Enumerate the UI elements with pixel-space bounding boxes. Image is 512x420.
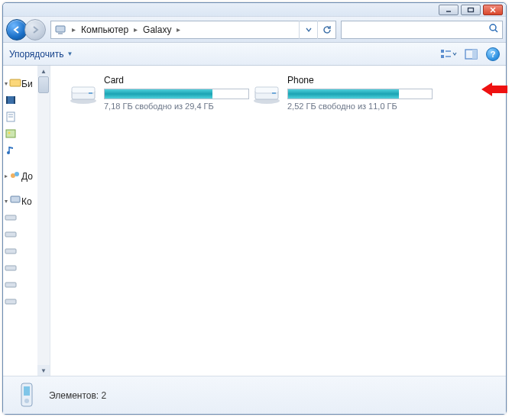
drive-name: Card [104, 75, 249, 86]
organize-menu[interactable]: Упорядочить ▼ [9, 49, 73, 60]
drive-icon [5, 228, 17, 241]
svg-rect-5 [58, 33, 63, 34]
svg-rect-16 [6, 96, 8, 104]
drive-status: 2,52 ГБ свободно из 11,0 ГБ [287, 102, 433, 111]
nav-buttons [6, 19, 46, 40]
svg-rect-39 [255, 87, 278, 93]
sidebar-label: До [21, 171, 33, 182]
drive-icon [5, 245, 17, 257]
nav-pane: ▾ Би ▸ [3, 66, 50, 376]
maximize-button[interactable] [461, 5, 481, 15]
svg-rect-9 [441, 55, 444, 58]
video-icon [5, 94, 17, 106]
svg-rect-13 [472, 50, 477, 59]
svg-point-25 [15, 172, 19, 176]
search-icon[interactable] [488, 23, 499, 36]
svg-rect-40 [272, 92, 276, 94]
device-icon [11, 380, 41, 411]
svg-rect-43 [24, 386, 30, 396]
drive-name: Phone [287, 75, 433, 86]
preview-pane-button[interactable] [465, 48, 478, 60]
minimize-button[interactable] [439, 5, 459, 15]
chevron-right-icon[interactable] [131, 25, 140, 34]
search-box[interactable] [341, 21, 503, 39]
drive-icon [5, 212, 17, 224]
arrow-left-icon [11, 24, 22, 35]
svg-rect-26 [11, 196, 20, 202]
forward-button[interactable] [24, 19, 46, 40]
drive-status: 7,18 ГБ свободно из 29,4 ГБ [104, 102, 249, 111]
folder-icon [9, 76, 21, 91]
svg-rect-31 [5, 283, 16, 287]
homegroup-icon [9, 169, 21, 183]
svg-rect-17 [14, 96, 15, 104]
drive-icon [69, 82, 98, 105]
drive-item-phone[interactable]: Phone 2,52 ГБ свободно из 11,0 ГБ [249, 72, 433, 114]
svg-rect-36 [89, 92, 92, 94]
red-arrow-callout [481, 81, 507, 98]
scroll-up-icon[interactable]: ▲ [37, 66, 50, 76]
svg-point-6 [490, 24, 496, 31]
chevron-down-icon: ▾ [5, 198, 8, 205]
document-icon [5, 111, 17, 123]
explorer-body: ▾ Би ▸ [3, 66, 506, 376]
svg-rect-27 [5, 215, 16, 220]
arrow-right-icon [30, 24, 41, 35]
details-text: Элементов: 2 [49, 390, 106, 401]
help-icon: ? [486, 47, 500, 61]
svg-rect-8 [441, 50, 444, 53]
sidebar-label: Ко [21, 196, 32, 207]
picture-icon [5, 128, 17, 140]
drive-info: Card 7,18 ГБ свободно из 29,4 ГБ [104, 75, 249, 111]
svg-rect-32 [5, 299, 16, 304]
sidebar-label: Би [21, 79, 33, 89]
drive-space-bar [287, 89, 433, 99]
svg-rect-35 [72, 87, 95, 93]
drive-icon [5, 296, 17, 308]
chevron-right-icon: ▸ [5, 173, 8, 179]
details-pane: Элементов: 2 [3, 376, 506, 414]
organize-label: Упорядочить [9, 49, 63, 60]
drive-icon [5, 262, 17, 274]
svg-rect-14 [10, 79, 21, 86]
chevron-right-icon[interactable] [174, 25, 183, 34]
drive-icon [252, 82, 281, 105]
music-icon [5, 144, 17, 157]
svg-rect-29 [5, 249, 16, 254]
breadcrumb-item-galaxy[interactable]: Galaxy [140, 21, 174, 38]
search-input[interactable] [345, 24, 488, 35]
scroll-thumb[interactable] [38, 76, 49, 93]
content-pane[interactable]: Card 7,18 ГБ свободно из 29,4 ГБ Phone 2… [50, 66, 506, 376]
drive-info: Phone 2,52 ГБ свободно из 11,0 ГБ [287, 75, 433, 111]
breadcrumb-item-computer[interactable]: Компьютер [78, 21, 131, 38]
close-button[interactable] [483, 5, 503, 15]
drive-space-bar [104, 89, 249, 99]
sidebar-scrollbar[interactable]: ▲ ▼ [37, 66, 50, 376]
svg-rect-1 [468, 8, 474, 11]
svg-rect-4 [56, 26, 65, 32]
svg-rect-30 [5, 266, 16, 270]
explorer-window: Компьютер Galaxy Упорядочить ▼ [2, 2, 507, 415]
breadcrumb-bar[interactable]: Компьютер Galaxy [50, 21, 336, 39]
chevron-down-icon: ▾ [5, 80, 8, 87]
svg-point-44 [24, 399, 29, 403]
nav-row: Компьютер Galaxy [3, 17, 506, 43]
svg-rect-28 [5, 232, 16, 237]
svg-line-7 [495, 30, 497, 32]
drive-item-card[interactable]: Card 7,18 ГБ свободно из 29,4 ГБ [66, 72, 249, 114]
svg-marker-41 [481, 82, 507, 96]
chevron-down-icon: ▼ [66, 50, 73, 57]
svg-point-23 [7, 151, 10, 154]
drive-icon [5, 279, 17, 291]
computer-icon [53, 23, 67, 37]
view-options-button[interactable] [440, 48, 457, 60]
chevron-right-icon[interactable] [70, 25, 78, 34]
window-caption [3, 3, 506, 17]
svg-rect-21 [6, 130, 15, 137]
computer-icon [9, 194, 21, 208]
refresh-button[interactable] [317, 21, 335, 39]
help-button[interactable]: ? [486, 47, 500, 61]
history-dropdown[interactable] [299, 21, 317, 39]
scroll-down-icon[interactable]: ▼ [37, 365, 50, 376]
svg-point-22 [8, 132, 11, 134]
